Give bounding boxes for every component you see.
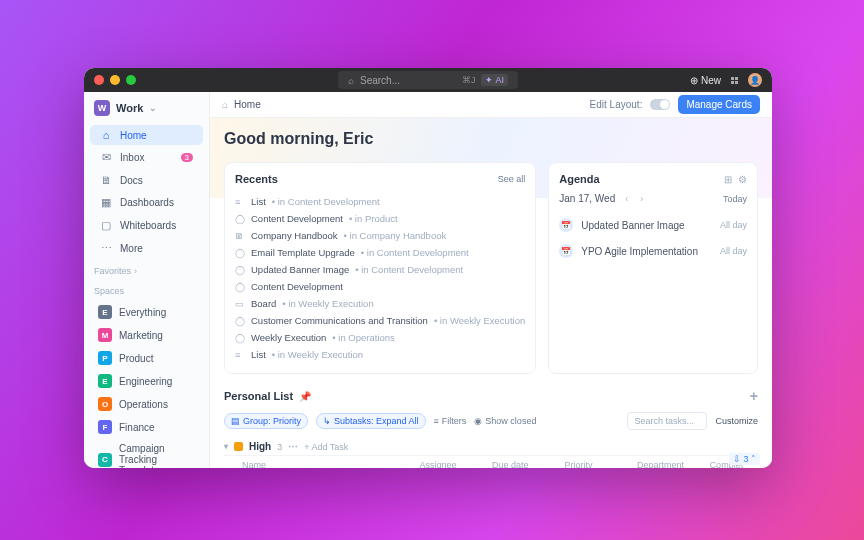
agenda-title: Agenda bbox=[559, 173, 599, 185]
subtasks-icon: ↳ bbox=[323, 416, 331, 426]
recent-item[interactable]: ◯Content Development bbox=[235, 278, 525, 295]
recent-icon: ▭ bbox=[235, 299, 245, 309]
customize-button[interactable]: Customize bbox=[715, 416, 758, 426]
whiteboards-icon: ▢ bbox=[100, 219, 112, 232]
sidebar-space-item[interactable]: OOperations bbox=[88, 393, 205, 415]
recent-icon: ◯ bbox=[235, 316, 245, 326]
recent-item[interactable]: ▭Board• in Weekly Execution bbox=[235, 295, 525, 312]
app-window: ⌕ Search... ⌘J ✦ AI ⊕ New 👤 W Work ⌄ ⌂ H… bbox=[84, 68, 772, 468]
sidebar-item-whiteboards[interactable]: ▢ Whiteboards bbox=[90, 215, 203, 236]
recent-item[interactable]: ◯Customer Communications and Transition•… bbox=[235, 312, 525, 329]
agenda-prev-icon[interactable]: ‹ bbox=[623, 194, 630, 204]
calendar-icon: 📅 bbox=[559, 244, 573, 258]
favorites-section[interactable]: Favorites › bbox=[84, 260, 209, 280]
sidebar-space-item[interactable]: CCampaign Tracking Template bbox=[88, 439, 205, 468]
minimize-window-icon[interactable] bbox=[110, 75, 120, 85]
recent-item[interactable]: ◯Updated Banner Image• in Content Develo… bbox=[235, 261, 525, 278]
task-search-input[interactable]: Search tasks... bbox=[627, 412, 707, 430]
recent-item[interactable]: ≡List• in Weekly Execution bbox=[235, 346, 525, 363]
manage-cards-button[interactable]: Manage Cards bbox=[678, 95, 760, 114]
recents-title: Recents bbox=[235, 173, 278, 185]
space-badge-icon: P bbox=[98, 351, 112, 365]
calendar-icon: 📅 bbox=[559, 218, 573, 232]
home-icon: ⌂ bbox=[222, 99, 228, 110]
today-button[interactable]: Today bbox=[723, 194, 747, 204]
agenda-next-icon[interactable]: › bbox=[638, 194, 645, 204]
recent-item[interactable]: ◯Weekly Execution• in Operations bbox=[235, 329, 525, 346]
edit-layout-toggle[interactable] bbox=[650, 99, 670, 110]
recent-icon: ◯ bbox=[235, 248, 245, 258]
agenda-item[interactable]: 📅YPO Agile ImplementationAll day bbox=[559, 238, 747, 264]
user-avatar[interactable]: 👤 bbox=[748, 73, 762, 87]
greeting-text: Good morning, Eric bbox=[224, 130, 758, 148]
sidebar-item-docs[interactable]: 🗎 Docs bbox=[90, 170, 203, 190]
sidebar-item-inbox[interactable]: ✉ Inbox 3 bbox=[90, 147, 203, 168]
filter-icon: ≡ bbox=[434, 416, 439, 426]
chevron-down-icon: ⌄ bbox=[149, 103, 157, 113]
apps-icon[interactable] bbox=[731, 77, 738, 84]
workspace-badge-icon: W bbox=[94, 100, 110, 116]
content-area: Good morning, Eric ➤ Recents See all ≡Li… bbox=[210, 118, 772, 468]
titlebar: ⌕ Search... ⌘J ✦ AI ⊕ New 👤 bbox=[84, 68, 772, 92]
task-table-header: Name Assignee Due date Priority Departme… bbox=[224, 456, 758, 468]
subtasks-chip[interactable]: ↳ Subtasks: Expand All bbox=[316, 413, 426, 429]
space-badge-icon: E bbox=[98, 374, 112, 388]
recent-item[interactable]: ◯Content Development• in Product bbox=[235, 210, 525, 227]
recent-icon: ◯ bbox=[235, 265, 245, 275]
home-icon: ⌂ bbox=[100, 129, 112, 141]
sidebar-space-item[interactable]: PProduct bbox=[88, 347, 205, 369]
recent-icon: ◯ bbox=[235, 214, 245, 224]
workspace-selector[interactable]: W Work ⌄ bbox=[84, 92, 209, 124]
recent-item[interactable]: ◯Email Template Upgrade• in Content Deve… bbox=[235, 244, 525, 261]
sidebar-item-dashboards[interactable]: ▦ Dashboards bbox=[90, 192, 203, 213]
priority-group[interactable]: ▾ High 3 ⋯ + Add Task bbox=[224, 438, 758, 456]
group-chip[interactable]: ▤ Group: Priority bbox=[224, 413, 308, 429]
maximize-window-icon[interactable] bbox=[126, 75, 136, 85]
personal-list-title: Personal List bbox=[224, 390, 293, 402]
recents-card: Recents See all ≡List• in Content Develo… bbox=[224, 162, 536, 374]
sidebar-item-more[interactable]: ⋯ More bbox=[90, 238, 203, 259]
breadcrumb[interactable]: Home bbox=[234, 99, 261, 110]
pin-icon[interactable]: 📌 bbox=[299, 391, 311, 402]
close-window-icon[interactable] bbox=[94, 75, 104, 85]
new-button[interactable]: ⊕ New bbox=[690, 75, 721, 86]
spaces-section: Spaces bbox=[84, 280, 209, 300]
global-search[interactable]: ⌕ Search... ⌘J ✦ AI bbox=[338, 71, 518, 89]
search-shortcut: ⌘J bbox=[462, 75, 476, 85]
inbox-badge: 3 bbox=[181, 153, 193, 162]
agenda-date-label: Jan 17, Wed bbox=[559, 193, 615, 204]
recent-item[interactable]: 🗎Company Handbook• in Company Handbook bbox=[235, 227, 525, 244]
recent-icon: ≡ bbox=[235, 197, 245, 207]
more-icon[interactable]: ⋯ bbox=[288, 441, 298, 452]
recent-icon: ◯ bbox=[235, 282, 245, 292]
add-task-button[interactable]: + Add Task bbox=[304, 442, 348, 452]
priority-flag-icon bbox=[234, 442, 243, 451]
sidebar-space-item[interactable]: MMarketing bbox=[88, 324, 205, 346]
space-badge-icon: C bbox=[98, 453, 112, 467]
more-icon: ⋯ bbox=[100, 242, 112, 255]
ai-button[interactable]: ✦ AI bbox=[481, 74, 508, 86]
recents-see-all[interactable]: See all bbox=[498, 174, 526, 184]
search-icon: ⌕ bbox=[348, 75, 354, 86]
gear-icon[interactable]: ⚙ bbox=[738, 174, 747, 185]
calendar-add-icon[interactable]: ⊞ bbox=[724, 174, 732, 185]
stack-icon: ▤ bbox=[231, 416, 240, 426]
space-badge-icon: M bbox=[98, 328, 112, 342]
agenda-item[interactable]: 📅Updated Banner ImageAll day bbox=[559, 212, 747, 238]
count-badge[interactable]: ⇩ 3 ˄ bbox=[729, 453, 760, 465]
docs-icon: 🗎 bbox=[100, 174, 112, 186]
recent-item[interactable]: ≡List• in Content Development bbox=[235, 193, 525, 210]
recent-icon: 🗎 bbox=[235, 231, 245, 241]
sidebar-space-item[interactable]: FFinance bbox=[88, 416, 205, 438]
sidebar-space-item[interactable]: EEngineering bbox=[88, 370, 205, 392]
eye-icon: ◉ bbox=[474, 416, 482, 426]
space-badge-icon: O bbox=[98, 397, 112, 411]
sidebar: W Work ⌄ ⌂ Home ✉ Inbox 3 🗎 Docs ▦ Dashb… bbox=[84, 92, 210, 468]
chevron-right-icon: › bbox=[134, 266, 137, 276]
sidebar-item-home[interactable]: ⌂ Home bbox=[90, 125, 203, 145]
sidebar-space-item[interactable]: EEverything bbox=[88, 301, 205, 323]
space-badge-icon: F bbox=[98, 420, 112, 434]
show-closed-button[interactable]: ◉ Show closed bbox=[474, 416, 536, 426]
personal-list-add-button[interactable]: + bbox=[750, 388, 758, 404]
filters-button[interactable]: ≡ Filters bbox=[434, 416, 467, 426]
